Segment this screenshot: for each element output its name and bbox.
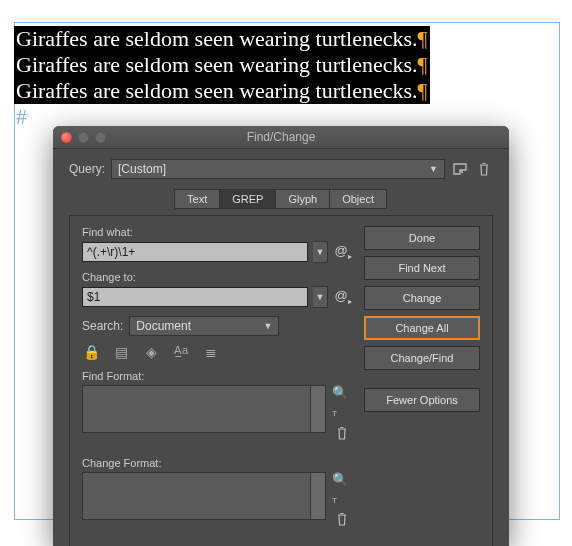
tabs: Text GREP Glyph Object: [69, 189, 493, 209]
footnotes-icon[interactable]: ≣: [202, 344, 220, 360]
find-next-button[interactable]: Find Next: [364, 256, 480, 280]
close-icon[interactable]: [61, 132, 72, 143]
specify-format-icon[interactable]: 🔍T: [332, 385, 352, 418]
zoom-icon[interactable]: [95, 132, 106, 143]
clear-format-icon[interactable]: [336, 512, 348, 529]
done-button[interactable]: Done: [364, 226, 480, 250]
change-format-label: Change Format:: [82, 457, 352, 469]
locked-stories-icon[interactable]: ▤: [112, 344, 130, 360]
change-all-button[interactable]: Change All: [364, 316, 480, 340]
change-find-button[interactable]: Change/Find: [364, 346, 480, 370]
pilcrow-icon: ¶: [418, 78, 428, 103]
chevron-down-icon: ▼: [429, 164, 438, 174]
tab-glyph[interactable]: Glyph: [275, 189, 330, 209]
dialog-title: Find/Change: [53, 130, 509, 144]
hidden-layers-icon[interactable]: ◈: [142, 344, 160, 360]
tab-object[interactable]: Object: [329, 189, 387, 209]
chevron-down-icon[interactable]: ▼: [313, 241, 328, 263]
change-format-box[interactable]: [82, 472, 326, 520]
search-scope-select[interactable]: Document ▼: [129, 316, 279, 336]
special-characters-icon[interactable]: @▸: [334, 243, 352, 261]
text-line[interactable]: Giraffes are seldom seen wearing turtlen…: [14, 78, 430, 104]
text-line[interactable]: Giraffes are seldom seen wearing turtlen…: [14, 52, 430, 78]
minimize-icon[interactable]: [78, 132, 89, 143]
pilcrow-icon: ¶: [418, 52, 428, 77]
save-query-icon[interactable]: [451, 160, 469, 178]
change-to-input[interactable]: [82, 287, 308, 307]
query-select[interactable]: [Custom] ▼: [111, 159, 445, 179]
clear-format-icon[interactable]: [336, 426, 348, 443]
special-characters-icon[interactable]: @▸: [334, 288, 352, 306]
change-button[interactable]: Change: [364, 286, 480, 310]
master-pages-icon[interactable]: A̲a: [172, 344, 190, 360]
find-change-dialog: Find/Change Query: [Custom] ▼ Text GREP …: [53, 126, 509, 546]
find-what-input[interactable]: [82, 242, 308, 262]
specify-format-icon[interactable]: 🔍T: [332, 472, 352, 505]
search-label: Search:: [82, 319, 123, 333]
text-frame: Giraffes are seldom seen wearing turtlen…: [14, 26, 454, 130]
titlebar[interactable]: Find/Change: [53, 126, 509, 149]
scrollbar[interactable]: [310, 386, 325, 432]
tab-text[interactable]: Text: [174, 189, 220, 209]
find-format-label: Find Format:: [82, 370, 352, 382]
chevron-down-icon[interactable]: ▼: [313, 286, 328, 308]
find-format-box[interactable]: [82, 385, 326, 433]
find-what-label: Find what:: [82, 226, 352, 238]
scrollbar[interactable]: [310, 473, 325, 519]
trash-icon[interactable]: [475, 160, 493, 178]
query-label: Query:: [69, 162, 105, 176]
text-line[interactable]: Giraffes are seldom seen wearing turtlen…: [14, 26, 430, 52]
change-to-label: Change to:: [82, 271, 352, 283]
tab-grep[interactable]: GREP: [219, 189, 276, 209]
search-options-row: 🔒 ▤ ◈ A̲a ≣: [82, 344, 352, 360]
pilcrow-icon: ¶: [418, 26, 428, 51]
fewer-options-button[interactable]: Fewer Options: [364, 388, 480, 412]
locked-layers-icon[interactable]: 🔒: [82, 344, 100, 360]
chevron-down-icon: ▼: [263, 321, 272, 331]
